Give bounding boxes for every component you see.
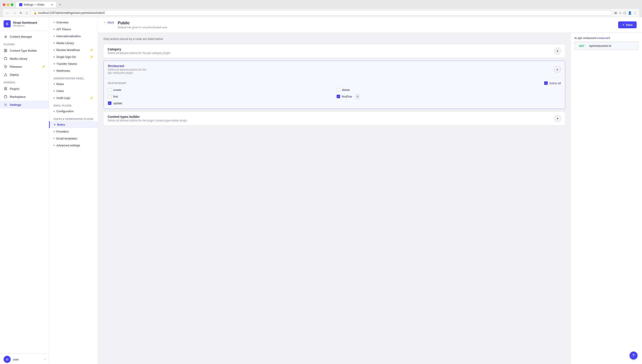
sidebar-item-plugins[interactable]: Plugins (0, 85, 49, 93)
settings-nav-email-templates[interactable]: Email templates (49, 135, 98, 142)
checkbox-findone[interactable]: ✓ (337, 95, 340, 98)
plugin-header-info-ctb: Content types builder Define all allowed… (108, 115, 188, 122)
sidebar-item-settings[interactable]: Settings (0, 101, 49, 109)
save-button[interactable]: ✓ Save (618, 22, 637, 28)
sidebar-item-media-library[interactable]: Media Library (0, 54, 49, 62)
plugin-header-restaurant[interactable]: Restaurant Define all allowed actions fo… (104, 61, 565, 78)
settings-nav-internationalization[interactable]: Internationalization (49, 33, 98, 40)
plugins-icon (4, 87, 8, 91)
settings-nav-webhooks[interactable]: Webhooks (49, 67, 98, 74)
toggle-btn-category[interactable]: ▾ (554, 48, 561, 54)
tab-close-btn[interactable]: ✕ (51, 3, 53, 6)
address-bar[interactable]: 🔒 localhost:1337/admin/settings/users-pe… (30, 10, 612, 16)
content-type-builder-icon (4, 48, 8, 52)
nav-back-btn[interactable]: ← (5, 11, 10, 15)
bullet-users (54, 90, 55, 92)
sidebar-item-content-type-builder[interactable]: Content-Type Builder (0, 46, 49, 54)
svg-rect-4 (4, 58, 7, 60)
nav-home-btn[interactable]: ⌂ (25, 11, 29, 15)
route-prefix: to api::restaurant. (574, 36, 597, 40)
settings-nav-providers[interactable]: Providers (49, 128, 98, 135)
close-window-btn[interactable] (3, 3, 5, 6)
settings-nav-roles[interactable]: Roles (49, 81, 98, 88)
collapse-sidebar-btn[interactable]: ‹ (44, 358, 45, 361)
settings-nav-label-media-library: Media Library (57, 42, 74, 45)
toggle-btn-ctb[interactable]: ▾ (554, 115, 561, 122)
settings-nav-media-library[interactable]: Media Library (49, 40, 98, 46)
svg-rect-2 (4, 51, 5, 52)
nav-reload-btn[interactable]: ↻ (19, 11, 23, 15)
plugin-desc-category: Define all allowed actions for the api::… (108, 52, 171, 54)
sidebar-nav: ⊞ Content Manager PLUGINS Content-Type B… (0, 31, 49, 353)
indeterminate-checkbox: — (544, 81, 548, 85)
lock-icon: 🔒 (34, 12, 37, 14)
header-left: ← Back Public Default role given to unau… (104, 21, 168, 29)
sidebar-item-content-manager[interactable]: ⊞ Content Manager (0, 32, 49, 40)
maximize-window-btn[interactable] (11, 3, 13, 6)
settings-nav-label-advanced-settings: Advanced settings (57, 144, 80, 147)
settings-nav-single-sign-on[interactable]: Single Sign-On ⚡ (49, 54, 98, 60)
select-all-btn[interactable]: — Select all (544, 81, 561, 85)
permissions-panel: Only actions bound by a route are listed… (98, 33, 571, 364)
minimize-window-btn[interactable] (7, 3, 9, 6)
back-button[interactable]: ← Back (104, 21, 114, 24)
nav-forward-btn[interactable]: → (12, 11, 17, 15)
checkbox-delete[interactable] (337, 88, 340, 92)
settings-nav-label-roles: Roles (57, 82, 64, 86)
toggle-btn-restaurant[interactable]: ▴ (554, 66, 561, 73)
plugin-name-ctb: Content types builder (108, 115, 188, 118)
select-all-row: RESTAURANT — Select all (108, 81, 561, 85)
checkbox-update[interactable]: ✓ (108, 101, 112, 105)
checkbox-create[interactable] (108, 88, 112, 92)
plugin-name-restaurant: Restaurant (108, 64, 147, 68)
sidebar-item-deploy[interactable]: Deploy (0, 70, 49, 79)
settings-nav-overview[interactable]: Overview (49, 19, 98, 26)
brand-icon: S (4, 20, 11, 28)
perm-label-find: find (113, 95, 118, 98)
settings-nav-configuration[interactable]: Configuration (49, 108, 98, 115)
plugin-header-category[interactable]: Category Define all allowed actions for … (104, 44, 565, 58)
settings-nav-review-workflows[interactable]: Review Workflows ⚡ (49, 46, 98, 54)
settings-nav-users[interactable]: Users (49, 88, 98, 94)
settings-nav-transfer-tokens[interactable]: Transfer Tokens (49, 60, 98, 67)
extension-icon[interactable]: ⬡ (623, 11, 626, 15)
perm-label-delete: delete (342, 88, 350, 92)
tab-favicon (19, 3, 22, 6)
sidebar-item-marketplace[interactable]: Marketplace (0, 93, 49, 101)
sidebar-item-label-content-manager: Content Manager (10, 35, 32, 38)
perm-item-create: create (108, 88, 332, 92)
page-body: Only actions bound by a route are listed… (98, 33, 642, 364)
translate-icon[interactable]: ⊞ (614, 11, 617, 15)
bookmark-icon[interactable]: ☆ (619, 11, 622, 15)
sidebar-item-label-media: Media Library (10, 57, 28, 60)
bullet-audit-logs (54, 97, 55, 98)
settings-nav-roles-up[interactable]: Roles (50, 121, 98, 128)
settings-nav-api-tokens[interactable]: API Tokens (49, 26, 98, 33)
settings-nav-label-audit-logs: Audit Logs (57, 96, 70, 100)
settings-nav-label-users: Users (57, 89, 64, 93)
settings-nav-label-transfer-tokens: Transfer Tokens (57, 62, 77, 66)
route-label: to api::restaurant.restaurant (574, 36, 638, 40)
help-button[interactable]: ? (629, 352, 637, 360)
plugin-body-restaurant: RESTAURANT — Select all create (104, 78, 565, 108)
settings-nav-label-review-workflows: Review Workflows (57, 48, 80, 52)
main-sidebar: S Strapi Dashboard Workplace ⊞ Content M… (0, 17, 49, 364)
settings-nav-advanced-settings[interactable]: Advanced settings (49, 142, 98, 149)
active-tab[interactable]: Settings — Roles ✕ (16, 2, 56, 8)
settings-nav-label-email-templates: Email templates (57, 137, 77, 140)
sidebar-item-releases[interactable]: Releases ⚡ (0, 62, 49, 70)
sidebar-item-label-deploy: Deploy (10, 73, 19, 76)
plugin-header-ctb[interactable]: Content types builder Define all allowed… (104, 112, 565, 125)
route-link[interactable]: restaurant (597, 36, 610, 40)
checkbox-find[interactable] (108, 95, 112, 98)
bullet-api-tokens (54, 29, 55, 30)
menu-icon[interactable]: ⋮ (633, 11, 637, 15)
findone-settings-btn[interactable]: ⚙ (355, 94, 360, 99)
sidebar-section-plugins: PLUGINS (0, 40, 49, 46)
browser-nav: ← → ↻ ⌂ 🔒 localhost:1337/admin/settings/… (3, 9, 639, 17)
releases-badge: ⚡ (42, 65, 45, 68)
new-tab-btn[interactable]: + (57, 2, 63, 8)
profile-icon[interactable]: 👤 (628, 11, 632, 15)
marketplace-icon (4, 95, 8, 99)
settings-nav-audit-logs[interactable]: Audit Logs ⚡ (49, 94, 98, 101)
